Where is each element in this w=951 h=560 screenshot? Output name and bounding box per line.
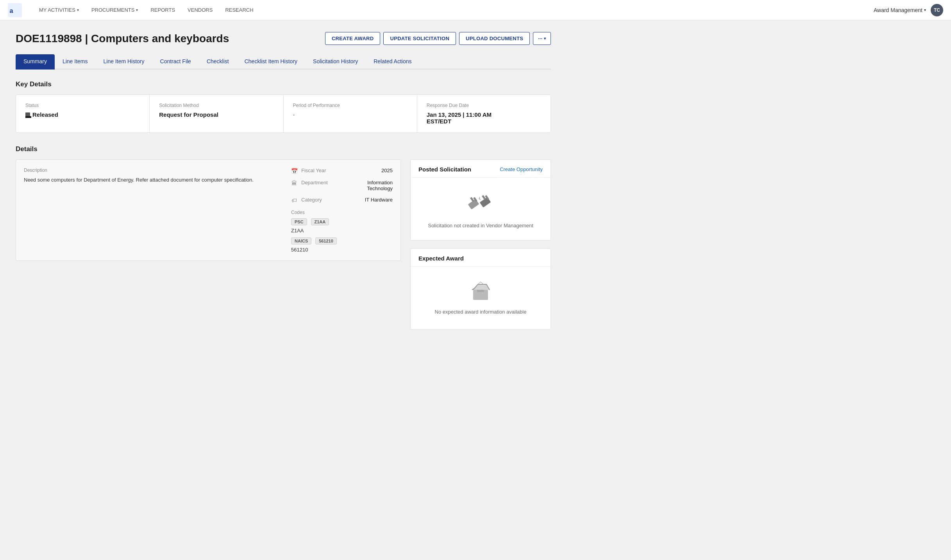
header-actions: CREATE AWARD UPDATE SOLICITATION UPLOAD … (325, 32, 551, 45)
award-management-dropdown[interactable]: Award Management ▾ (874, 7, 926, 13)
department-icon: 🏛 (291, 180, 297, 186)
details-card: Description Need some computers for Depa… (16, 159, 401, 261)
description-text: Need some computers for Department of En… (24, 176, 283, 184)
svg-rect-11 (477, 290, 484, 292)
chevron-down-icon: ▾ (924, 8, 926, 12)
kd-status-label: Status (25, 103, 140, 108)
fiscal-year-row: 📅 Fiscal Year 2025 (291, 168, 393, 174)
kd-response-due: Response Due Date Jan 13, 2025 | 11:00 A… (417, 95, 551, 132)
department-row: 🏛 Department Information Technology (291, 180, 393, 191)
category-row: 🏷 Category IT Hardware (291, 197, 393, 203)
svg-line-9 (479, 197, 480, 199)
svg-rect-6 (482, 195, 486, 200)
codes-section: Codes PSC Z1AA Z1AA NAICS 561210 561210 (291, 210, 393, 253)
create-opportunity-link[interactable]: Create Opportunity (500, 166, 543, 172)
nav-my-activities[interactable]: MY ACTIVITIES ▾ (34, 5, 84, 15)
expected-award-title: Expected Award (418, 255, 464, 262)
plug-icon (465, 189, 496, 218)
kd-solicitation-label: Solicitation Method (159, 103, 274, 108)
codes-label: Codes (291, 210, 393, 215)
panel-header-posted: Posted Solicitation Create Opportunity (411, 160, 551, 178)
kd-solicitation-method: Solicitation Method Request for Proposal (150, 95, 283, 132)
kd-response-label: Response Due Date (427, 103, 541, 108)
kd-performance-label: Period of Performance (293, 103, 408, 108)
status-icon: ▬ (25, 112, 30, 117)
tab-checklist-item-history[interactable]: Checklist Item History (237, 54, 305, 70)
kd-performance: Period of Performance - (284, 95, 417, 132)
nav-right: Award Management ▾ TC (874, 4, 943, 16)
fiscal-year-value: 2025 (340, 168, 393, 173)
tab-bar: Summary Line Items Line Item History Con… (16, 54, 551, 70)
upload-documents-button[interactable]: UPLOAD DOCUMENTS (459, 32, 530, 45)
kd-performance-value: - (293, 111, 408, 118)
chevron-down-icon: ▾ (544, 36, 546, 41)
main-layout: Description Need some computers for Depa… (16, 159, 551, 337)
kd-response-value: Jan 13, 2025 | 11:00 AMEST/EDT (427, 111, 541, 125)
top-nav: a MY ACTIVITIES ▾ PROCUREMENTS ▾ REPORTS… (0, 0, 951, 20)
kd-status: Status ▬ Released (16, 95, 150, 132)
description-column: Description Need some computers for Depa… (24, 168, 283, 253)
calendar-icon: 📅 (291, 168, 297, 174)
fiscal-year-label: Fiscal Year (301, 168, 336, 173)
expected-award-panel: Expected Award (410, 248, 551, 330)
naics-row: NAICS 561210 (291, 237, 393, 244)
psc-label-badge: PSC (291, 218, 307, 225)
posted-solicitation-empty-text: Solicitation not created in Vendor Manag… (428, 223, 533, 228)
chevron-down-icon: ▾ (77, 8, 79, 12)
posted-solicitation-title: Posted Solicitation (418, 166, 471, 173)
naics-value: 561210 (291, 247, 393, 253)
expected-award-empty-text: No expected award information available (435, 309, 527, 315)
panel-body-posted: Solicitation not created in Vendor Manag… (411, 178, 551, 240)
category-icon: 🏷 (291, 197, 297, 203)
info-column: 📅 Fiscal Year 2025 🏛 Department Informat… (291, 168, 393, 253)
chevron-down-icon: ▾ (136, 8, 138, 12)
nav-procurements[interactable]: PROCUREMENTS ▾ (86, 5, 144, 15)
page-content: DOE1119898 | Computers and keyboards CRE… (0, 20, 567, 349)
description-label: Description (24, 168, 283, 173)
update-solicitation-button[interactable]: UPDATE SOLICITATION (383, 32, 456, 45)
page-title: DOE1119898 | Computers and keyboards (16, 32, 229, 45)
naics-code-badge: 561210 (315, 237, 337, 244)
nav-vendors[interactable]: VENDORS (182, 5, 218, 15)
app-logo[interactable]: a (8, 3, 22, 17)
box-icon (470, 281, 492, 304)
tab-checklist[interactable]: Checklist (199, 54, 237, 70)
more-actions-button[interactable]: ··· ▾ (533, 32, 551, 45)
details-title: Details (16, 145, 551, 153)
avatar[interactable]: TC (931, 4, 943, 16)
tab-summary[interactable]: Summary (16, 54, 55, 70)
right-column: Posted Solicitation Create Opportunity (410, 159, 551, 337)
department-label: Department (301, 180, 336, 185)
naics-label-badge: NAICS (291, 237, 311, 244)
tab-line-item-history[interactable]: Line Item History (96, 54, 152, 70)
tab-related-actions[interactable]: Related Actions (366, 54, 419, 70)
nav-reports[interactable]: REPORTS (145, 5, 181, 15)
psc-code-badge: Z1AA (311, 218, 329, 225)
kd-status-value: ▬ Released (25, 111, 140, 118)
psc-row: PSC Z1AA (291, 218, 393, 225)
create-award-button[interactable]: CREATE AWARD (325, 32, 381, 45)
left-column: Description Need some computers for Depa… (16, 159, 401, 337)
key-details-card: Status ▬ Released Solicitation Method Re… (16, 95, 551, 133)
svg-text:a: a (10, 7, 14, 14)
panel-header-expected: Expected Award (411, 249, 551, 267)
tab-contract-file[interactable]: Contract File (152, 54, 199, 70)
tab-line-items[interactable]: Line Items (55, 54, 96, 70)
kd-solicitation-value: Request for Proposal (159, 111, 274, 118)
page-header: DOE1119898 | Computers and keyboards CRE… (16, 32, 551, 45)
category-label: Category (301, 197, 336, 203)
department-value: Information Technology (340, 180, 393, 191)
key-details-title: Key Details (16, 80, 551, 88)
panel-body-expected: No expected award information available (411, 267, 551, 329)
nav-research[interactable]: RESEARCH (220, 5, 259, 15)
posted-solicitation-panel: Posted Solicitation Create Opportunity (410, 159, 551, 241)
category-value: IT Hardware (340, 197, 393, 203)
tab-solicitation-history[interactable]: Solicitation History (305, 54, 366, 70)
nav-links: MY ACTIVITIES ▾ PROCUREMENTS ▾ REPORTS V… (34, 5, 874, 15)
psc-value: Z1AA (291, 228, 393, 234)
svg-rect-3 (470, 197, 474, 202)
